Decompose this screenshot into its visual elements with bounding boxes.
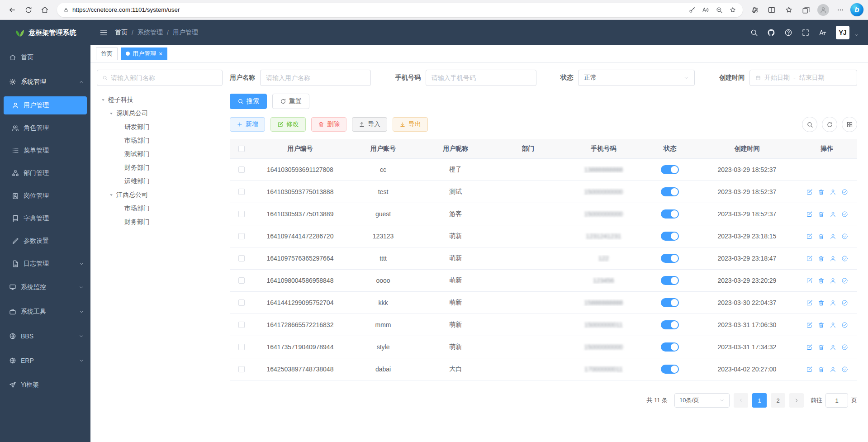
address-bar[interactable] xyxy=(57,3,743,17)
row-person-icon[interactable] xyxy=(830,277,836,284)
row-checkbox[interactable] xyxy=(238,366,245,372)
sidebar-item-role-mgmt[interactable]: 角色管理 xyxy=(0,117,90,139)
delete-button[interactable]: 删除 xyxy=(311,117,346,132)
row-trash-icon[interactable] xyxy=(818,344,825,351)
row-checkbox[interactable] xyxy=(238,166,245,173)
tree-node[interactable]: 市场部门 xyxy=(97,202,223,215)
row-checkbox[interactable] xyxy=(238,233,245,239)
user-avatar[interactable]: YJ xyxy=(836,26,849,39)
tree-node[interactable]: 橙子科技 xyxy=(97,93,223,107)
row-edit-square-icon[interactable] xyxy=(806,322,813,328)
status-toggle[interactable] xyxy=(661,254,679,263)
back-button[interactable] xyxy=(5,2,20,18)
toolbar-refresh-icon[interactable] xyxy=(822,117,837,132)
import-button[interactable]: 导入 xyxy=(352,117,387,132)
tree-node[interactable]: 深圳总公司 xyxy=(97,107,223,120)
tree-node[interactable]: 市场部门 xyxy=(97,134,223,147)
row-check-circle-icon[interactable] xyxy=(841,277,848,284)
tree-node[interactable]: 研发部门 xyxy=(97,120,223,134)
search-icon[interactable] xyxy=(750,29,758,37)
tree-node[interactable]: 测试部门 xyxy=(97,147,223,161)
zoom-out-icon[interactable] xyxy=(716,6,723,14)
row-edit-square-icon[interactable] xyxy=(806,277,813,284)
question-icon[interactable] xyxy=(784,29,792,37)
select-all-checkbox[interactable] xyxy=(238,146,245,152)
row-trash-icon[interactable] xyxy=(818,299,825,306)
read-aloud-icon[interactable] xyxy=(702,6,709,14)
home-button[interactable] xyxy=(37,2,52,18)
row-checkbox[interactable] xyxy=(238,277,245,284)
prev-page-button[interactable] xyxy=(734,393,748,408)
row-check-circle-icon[interactable] xyxy=(841,255,848,262)
row-checkbox[interactable] xyxy=(238,211,245,217)
row-check-circle-icon[interactable] xyxy=(841,366,848,373)
sidebar-item-home[interactable]: 首页 xyxy=(0,45,90,70)
github-icon[interactable] xyxy=(767,29,775,37)
avatar-caret-down-icon[interactable] xyxy=(854,33,859,38)
status-toggle[interactable] xyxy=(661,187,679,196)
row-check-circle-icon[interactable] xyxy=(841,322,848,328)
add-button[interactable]: 新增 xyxy=(230,117,265,132)
page-button-1[interactable]: 1 xyxy=(752,393,767,408)
sidebar-item-tools[interactable]: 系统工具 xyxy=(0,299,90,324)
sidebar-item-log-mgmt[interactable]: 日志管理 xyxy=(0,252,90,275)
row-checkbox[interactable] xyxy=(238,344,245,350)
status-toggle[interactable] xyxy=(661,209,679,219)
status-toggle[interactable] xyxy=(661,165,679,174)
split-screen-icon[interactable] xyxy=(764,3,779,17)
row-person-icon[interactable] xyxy=(830,366,836,373)
more-icon[interactable] xyxy=(833,3,848,17)
status-toggle[interactable] xyxy=(661,232,679,241)
tab-home[interactable]: 首页 xyxy=(96,48,118,60)
sidebar-item-menu-mgmt[interactable]: 菜单管理 xyxy=(0,139,90,162)
date-range-picker[interactable]: 开始日期 - 结束日期 xyxy=(749,70,857,86)
tree-node[interactable]: 财务部门 xyxy=(97,215,223,229)
status-toggle[interactable] xyxy=(661,365,679,374)
edit-button[interactable]: 修改 xyxy=(270,117,306,132)
search-button[interactable]: 搜索 xyxy=(230,94,267,109)
star-icon[interactable] xyxy=(729,6,736,14)
breadcrumb-item[interactable]: 首页 xyxy=(115,29,128,37)
tree-node[interactable]: 江西总公司 xyxy=(97,188,223,202)
goto-page-input[interactable] xyxy=(825,393,848,408)
sidebar-item-dict-mgmt[interactable]: 字典管理 xyxy=(0,207,90,230)
sidebar-item-erp[interactable]: ERP xyxy=(0,348,90,373)
favorites-star-icon[interactable] xyxy=(782,3,796,17)
sidebar-item-system[interactable]: 系统管理 xyxy=(0,70,90,94)
row-person-icon[interactable] xyxy=(830,189,836,195)
row-checkbox[interactable] xyxy=(238,322,245,328)
export-button[interactable]: 导出 xyxy=(393,117,428,132)
status-toggle[interactable] xyxy=(661,276,679,285)
row-checkbox[interactable] xyxy=(238,189,245,195)
toolbar-grid-icon[interactable] xyxy=(842,117,857,132)
row-edit-square-icon[interactable] xyxy=(806,344,813,351)
collections-icon[interactable] xyxy=(799,3,813,17)
tree-node[interactable]: 财务部门 xyxy=(97,161,223,175)
sidebar-item-yi-framework[interactable]: Yi框架 xyxy=(0,373,90,397)
row-person-icon[interactable] xyxy=(830,255,836,262)
row-edit-square-icon[interactable] xyxy=(806,366,813,373)
refresh-button[interactable] xyxy=(21,2,36,18)
reset-button[interactable]: 重置 xyxy=(272,94,309,109)
url-input[interactable] xyxy=(72,6,685,13)
puzzle-icon[interactable] xyxy=(747,3,762,17)
row-trash-icon[interactable] xyxy=(818,366,825,373)
fullscreen-icon[interactable] xyxy=(802,29,810,37)
page-size-select[interactable]: 10条/页 xyxy=(674,393,730,408)
toolbar-search-icon[interactable] xyxy=(802,117,817,132)
sidebar-item-dept-mgmt[interactable]: 部门管理 xyxy=(0,162,90,185)
row-check-circle-icon[interactable] xyxy=(841,189,848,195)
row-person-icon[interactable] xyxy=(830,211,836,218)
bing-icon[interactable]: b xyxy=(850,3,863,16)
row-edit-square-icon[interactable] xyxy=(806,255,813,262)
row-person-icon[interactable] xyxy=(830,322,836,328)
sidebar-item-post-mgmt[interactable]: 岗位管理 xyxy=(0,185,90,207)
breadcrumb-item[interactable]: 系统管理 xyxy=(138,29,163,37)
row-edit-square-icon[interactable] xyxy=(806,299,813,306)
phone-input[interactable] xyxy=(432,74,531,81)
row-edit-square-icon[interactable] xyxy=(806,233,813,240)
row-check-circle-icon[interactable] xyxy=(841,233,848,240)
username-input[interactable] xyxy=(266,74,365,81)
status-toggle[interactable] xyxy=(661,342,679,352)
row-check-circle-icon[interactable] xyxy=(841,211,848,218)
